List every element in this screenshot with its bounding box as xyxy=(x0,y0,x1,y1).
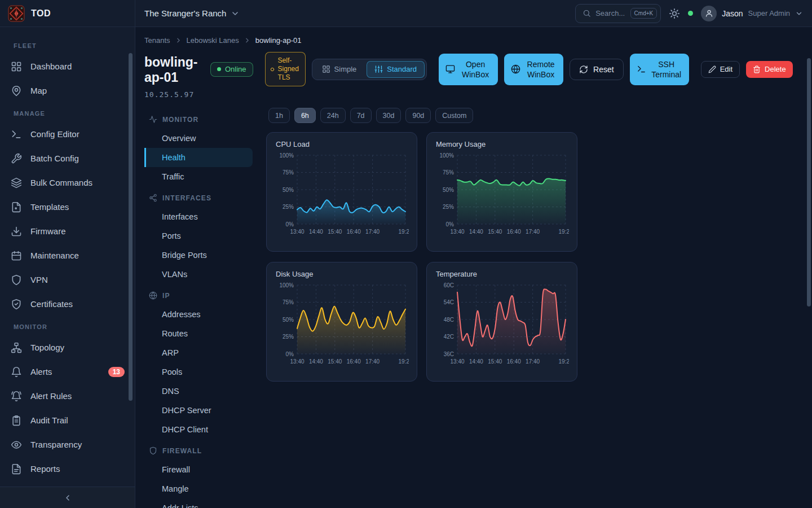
subnav-item-overview[interactable]: Overview xyxy=(144,129,253,148)
subnav-item-dns[interactable]: DNS xyxy=(144,382,253,401)
subnav-item-health[interactable]: Health xyxy=(144,148,253,167)
timerange-6h[interactable]: 6h xyxy=(294,108,316,123)
chart-disk-usage: 0%25%50%75%100%13:4014:4015:4016:4017:40… xyxy=(275,281,409,366)
sidebar-item-firmware[interactable]: Firmware xyxy=(0,219,135,243)
view-toggle-simple[interactable]: Simple xyxy=(314,61,365,78)
timerange-90d[interactable]: 90d xyxy=(405,108,431,123)
app-logo[interactable]: TOD xyxy=(0,0,135,27)
subnav-item-bridge-ports[interactable]: Bridge Ports xyxy=(144,246,253,265)
globe-icon xyxy=(511,64,520,74)
user-menu[interactable]: Jason Super Admin xyxy=(701,6,803,21)
sidebar-item-alert-rules[interactable]: Alert Rules xyxy=(0,384,135,408)
svg-text:14:40: 14:40 xyxy=(309,358,323,365)
subnav-item-vlans[interactable]: VLANs xyxy=(144,265,253,284)
chart-title: CPU Load xyxy=(275,140,409,148)
sidebar-item-label: Maintenance xyxy=(30,251,79,260)
sliders-icon xyxy=(374,65,383,73)
connection-status-dot xyxy=(688,11,693,16)
activity-icon xyxy=(149,115,157,124)
subnav-item-firewall[interactable]: Firewall xyxy=(144,460,253,479)
sidebar-item-reports[interactable]: Reports xyxy=(0,457,135,481)
open-winbox-button[interactable]: Open WinBox xyxy=(439,54,498,85)
sidebar-item-label: Alert Rules xyxy=(30,391,72,401)
bell-icon xyxy=(11,366,22,378)
subnav-item-pools[interactable]: Pools xyxy=(144,362,253,382)
delete-button[interactable]: Delete xyxy=(746,61,793,78)
subnav-section-monitor: MONITOR xyxy=(144,110,253,129)
timerange-7d[interactable]: 7d xyxy=(350,108,372,123)
breadcrumb-tenants[interactable]: Tenants xyxy=(144,36,170,45)
sidebar-item-batch-config[interactable]: Batch Config xyxy=(0,146,135,170)
subnav-item-dhcp-server[interactable]: DHCP Server xyxy=(144,401,253,420)
svg-text:60C: 60C xyxy=(444,282,454,288)
chevron-right-icon xyxy=(244,37,251,44)
svg-text:16:40: 16:40 xyxy=(507,358,521,365)
subnav-item-interfaces[interactable]: Interfaces xyxy=(144,207,253,226)
shield-icon xyxy=(149,446,157,455)
svg-text:19:25: 19:25 xyxy=(398,229,409,235)
sidebar-item-transparency[interactable]: Transparency xyxy=(0,432,135,457)
svg-text:16:40: 16:40 xyxy=(347,229,361,235)
sidebar-item-dashboard[interactable]: Dashboard xyxy=(0,54,135,78)
theme-toggle-sun-icon[interactable] xyxy=(669,8,680,19)
subnav-item-arp[interactable]: ARP xyxy=(144,343,253,362)
subnav-item-routes[interactable]: Routes xyxy=(144,324,253,343)
layers-icon xyxy=(11,177,22,189)
subnav-item-ports[interactable]: Ports xyxy=(144,226,253,246)
breadcrumb-lebowski-lanes[interactable]: Lebowski Lanes xyxy=(187,36,239,45)
sidebar-scrollbar[interactable] xyxy=(129,53,133,401)
view-toggle-standard[interactable]: Standard xyxy=(367,61,425,78)
svg-text:50%: 50% xyxy=(283,187,294,193)
subnav-section-label: INTERFACES xyxy=(162,194,211,202)
sidebar-item-certificates[interactable]: Certificates xyxy=(0,292,135,316)
ssh-terminal-button[interactable]: SSH Terminal xyxy=(630,54,689,85)
view-toggle-label: Standard xyxy=(387,65,417,73)
globe-icon xyxy=(149,291,157,300)
timerange-custom[interactable]: Custom xyxy=(435,108,473,123)
delete-label: Delete xyxy=(765,65,786,73)
timerange-1h[interactable]: 1h xyxy=(268,108,290,123)
sidebar-item-label: Dashboard xyxy=(30,62,72,71)
subnav-item-addresses[interactable]: Addresses xyxy=(144,305,253,324)
subnav-item-dhcp-client[interactable]: DHCP Client xyxy=(144,420,253,439)
sidebar-item-label: Transparency xyxy=(30,440,82,449)
chevron-down-icon xyxy=(795,10,803,17)
remote-winbox-button[interactable]: Remote WinBox xyxy=(504,54,563,85)
tenant-selector[interactable]: The Stranger's Ranch xyxy=(144,8,240,18)
svg-text:25%: 25% xyxy=(283,204,294,210)
search-placeholder: Search... xyxy=(595,9,625,17)
sidebar-item-templates[interactable]: Templates xyxy=(0,195,135,219)
reset-button[interactable]: Reset xyxy=(570,59,624,80)
sidebar-item-label: Alerts xyxy=(30,367,52,376)
trash-icon xyxy=(753,65,761,73)
timerange-30d[interactable]: 30d xyxy=(376,108,401,123)
edit-button[interactable]: Edit xyxy=(701,61,740,78)
subnav-item-traffic[interactable]: Traffic xyxy=(144,167,253,186)
search-icon xyxy=(582,9,591,17)
chart-title: Memory Usage xyxy=(435,140,569,148)
sidebar-item-label: Topology xyxy=(30,343,64,352)
sidebar-item-maintenance[interactable]: Maintenance xyxy=(0,243,135,268)
shield-check-icon xyxy=(11,299,22,310)
svg-text:17:40: 17:40 xyxy=(526,229,540,235)
sidebar-collapse-button[interactable] xyxy=(0,487,135,508)
status-label: Online xyxy=(225,65,246,73)
subnav-item-mangle[interactable]: Mangle xyxy=(144,479,253,498)
chevron-down-icon xyxy=(231,9,240,18)
page-scrollbar[interactable] xyxy=(807,58,811,306)
breadcrumb: TenantsLebowski Lanesbowling-ap-01 xyxy=(144,36,812,45)
sidebar-item-topology[interactable]: Topology xyxy=(0,335,135,360)
subnav-item-addr-lists[interactable]: Addr Lists xyxy=(144,498,253,508)
sidebar-item-audit-trail[interactable]: Audit Trail xyxy=(0,408,135,432)
sidebar-item-bulk-commands[interactable]: Bulk Commands xyxy=(0,170,135,195)
sidebar-item-config-editor[interactable]: Config Editor xyxy=(0,122,135,146)
sidebar-item-vpn[interactable]: VPN xyxy=(0,268,135,292)
search-input[interactable]: Search... Cmd+K xyxy=(575,4,661,23)
reset-label: Reset xyxy=(593,65,614,74)
timerange-24h[interactable]: 24h xyxy=(320,108,346,123)
sidebar-item-map[interactable]: Map xyxy=(0,78,135,103)
bell-ring-icon xyxy=(11,391,22,402)
map-pin-icon xyxy=(11,85,22,97)
sidebar-item-alerts[interactable]: Alerts13 xyxy=(0,360,135,384)
monitor-icon xyxy=(445,64,455,74)
